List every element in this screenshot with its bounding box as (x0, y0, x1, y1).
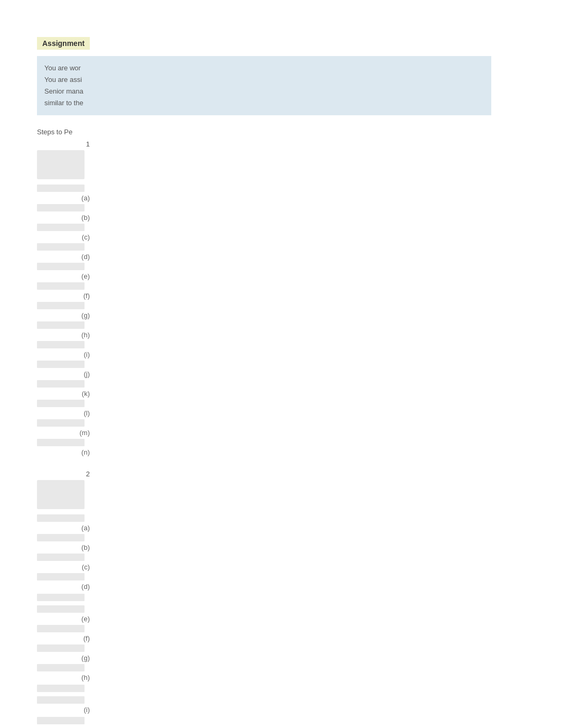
step-1-item-g-block (37, 302, 85, 309)
step-2-item-h: (h) (37, 664, 90, 683)
step-2-item-b: (b) (37, 534, 90, 552)
step-1-number: 1 (42, 140, 90, 148)
step-2-item-h-block (37, 664, 85, 671)
step-2-item-d-block (37, 573, 85, 580)
step-1-item-k-block (37, 380, 85, 388)
step-1-item-j-block (37, 361, 85, 368)
step-1-number-row: 1 (37, 138, 90, 150)
step-1-item-m-block (37, 419, 85, 427)
step-2-item-c: (c) (37, 554, 90, 572)
step-1-item-i: (i) (37, 341, 90, 360)
step-1-item-m: (m) (37, 419, 90, 438)
step-2-spacer-2 (37, 685, 85, 692)
step-1-item-b: (b) (37, 204, 90, 223)
step-2-item-e: (e) (37, 605, 90, 624)
step-1-item-a-block (37, 185, 85, 192)
description-line-1: You are wor (44, 62, 484, 74)
step-1-item-c-block (37, 224, 85, 231)
step-2-item-a: (a) (37, 514, 90, 533)
step-2-item-d: (d) (37, 573, 90, 592)
step-1-item-e: (e) (37, 263, 90, 281)
step-2-subitems-group3: (i) (37, 696, 90, 715)
step-2-item-g-block (37, 644, 85, 652)
step-2-item-g: (g) (37, 644, 90, 663)
step-1-item-n-block (37, 439, 85, 446)
steps-container: 1 (a) (b) (c) (d) (e) (37, 138, 90, 728)
step-1-item-n: (n) (37, 439, 90, 457)
step-1-item-h-block (37, 321, 85, 329)
assignment-header: Assignment (37, 37, 90, 50)
step-1-item-d: (d) (37, 243, 90, 262)
step-2-spacer-1 (37, 594, 85, 601)
step-2-item-f: (f) (37, 625, 90, 643)
assignment-description-box: You are wor You are assi Senior mana sim… (37, 56, 491, 115)
step-1-item-l: (l) (37, 400, 90, 418)
step-1-item-f: (f) (37, 282, 90, 301)
step-1-item-k: (k) (37, 380, 90, 399)
step-1-subitems: (a) (b) (c) (d) (e) (f) (37, 185, 90, 457)
description-line-2: You are assi (44, 74, 484, 86)
step-1-item-a: (a) (37, 185, 90, 203)
step-1-content-block (37, 150, 85, 179)
step-1-item-j: (j) (37, 361, 90, 379)
gap-1 (37, 459, 90, 468)
step-2-item-c-block (37, 554, 85, 561)
description-line-4: similar to the (44, 97, 484, 109)
step-2-subitems-group1: (a) (b) (c) (d) (37, 514, 90, 592)
step-2-item-f-block (37, 625, 85, 632)
step-2-item-i: (i) (37, 696, 90, 715)
step-2-content-block (37, 480, 85, 509)
step-2-item-i-block (37, 696, 85, 704)
step-1-item-f-block (37, 282, 85, 290)
step-2-item-b-block (37, 534, 85, 541)
step-1-item-l-block (37, 400, 85, 407)
step-1-item-c: (c) (37, 224, 90, 242)
step-2-number-row: 2 (37, 468, 90, 480)
steps-header: Steps to Pe (37, 128, 561, 136)
step-1-item-i-block (37, 341, 85, 348)
step-1-item-d-block (37, 243, 85, 251)
step-2-subitems-group2: (e) (f) (g) (h) (37, 605, 90, 683)
step-1-item-g: (g) (37, 302, 90, 320)
step-2-item-e-block (37, 605, 85, 613)
step-2-item-a-block (37, 514, 85, 522)
step-1-item-e-block (37, 263, 85, 270)
step-2-spacer-3 (37, 717, 85, 724)
description-line-3: Senior mana (44, 86, 484, 97)
step-1-item-h: (h) (37, 321, 90, 340)
step-1-item-b-block (37, 204, 85, 211)
step-2-number: 2 (42, 470, 90, 478)
